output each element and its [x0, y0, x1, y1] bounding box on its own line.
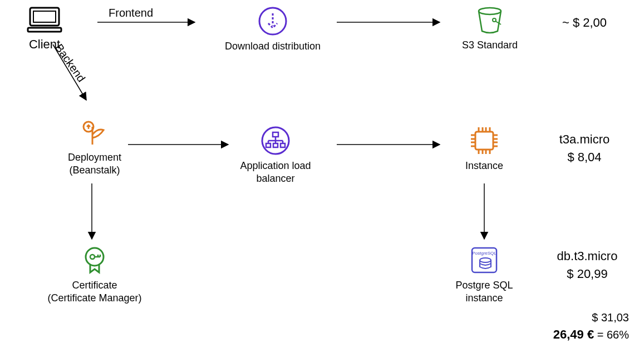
beanstalk-icon: [56, 117, 134, 148]
node-download-distribution: Download distribution: [223, 6, 323, 53]
price-total-eur: 26,49 €: [553, 327, 594, 341]
svg-rect-26: [475, 132, 493, 150]
svg-rect-7: [30, 8, 59, 26]
node-postgres: PostgreSQL Postgre SQL instance: [454, 245, 515, 304]
postgres-icon-text: PostgreSQL: [472, 251, 496, 256]
svg-point-12: [479, 8, 501, 14]
price-db: db.t3.micro $ 20,99: [543, 249, 632, 281]
node-certificate: Certificate (Certificate Manager): [45, 245, 145, 304]
alb-icon: [220, 125, 331, 156]
certificate-label: Certificate (Certificate Manager): [45, 279, 145, 304]
price-db-cost: $ 20,99: [543, 267, 632, 281]
s3-standard-label: S3 Standard: [456, 39, 523, 52]
price-instance-cost: $ 8,04: [543, 150, 626, 165]
download-distribution-label: Download distribution: [223, 40, 323, 53]
price-subtotal: $ 31,03: [534, 311, 629, 324]
price-s3-value: ~ $ 2,00: [543, 16, 626, 30]
node-alb: Application load balancer: [220, 125, 331, 185]
svg-point-49: [480, 258, 491, 262]
svg-rect-17: [273, 132, 278, 137]
alb-label: Application load balancer: [220, 160, 331, 185]
node-s3-standard: S3 Standard: [456, 4, 523, 52]
certificate-icon: [45, 245, 145, 276]
download-distribution-icon: [223, 6, 323, 37]
price-instance: t3a.micro $ 8,04: [543, 132, 626, 165]
node-instance: Instance: [456, 125, 512, 172]
instance-label: Instance: [456, 160, 512, 172]
svg-rect-25: [281, 143, 285, 147]
svg-point-44: [90, 255, 95, 259]
svg-rect-9: [28, 28, 61, 32]
node-deployment: Deployment (Beanstalk): [56, 117, 134, 176]
client-icon: [11, 6, 78, 33]
node-client: Client: [11, 6, 78, 52]
price-instance-type: t3a.micro: [543, 132, 626, 147]
instance-icon: [456, 125, 512, 156]
svg-rect-24: [273, 143, 278, 147]
edge-label-frontend: Frontend: [109, 7, 153, 19]
svg-rect-23: [266, 143, 271, 147]
client-label: Client: [11, 37, 78, 52]
price-db-type: db.t3.micro: [543, 249, 632, 263]
price-s3: ~ $ 2,00: [543, 16, 626, 30]
price-totals: $ 31,03 26,49 € = 66%: [534, 311, 629, 342]
deployment-label: Deployment (Beanstalk): [56, 151, 134, 176]
svg-rect-8: [33, 11, 56, 22]
price-total-pct: = 66%: [594, 329, 629, 341]
postgres-label: Postgre SQL instance: [454, 279, 515, 304]
s3-bucket-icon: [456, 4, 523, 36]
postgres-icon: PostgreSQL: [454, 245, 515, 276]
